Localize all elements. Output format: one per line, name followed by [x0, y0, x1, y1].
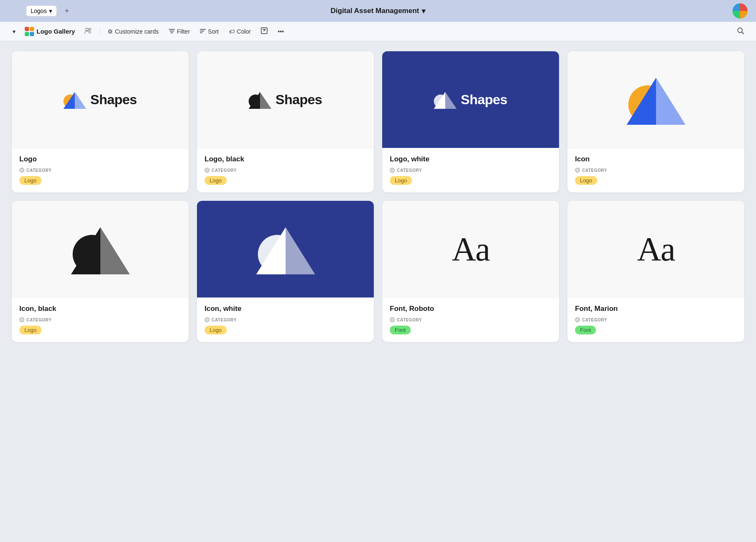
- card-preview-icon-black: [12, 201, 189, 297]
- category-dot: [19, 168, 24, 173]
- icon-color-svg: [627, 74, 685, 125]
- icon-black-svg: [71, 224, 130, 274]
- main-content: Shapes Logo CATEGORY Logo: [0, 41, 756, 542]
- card-title-icon-white: Icon, white: [205, 305, 366, 313]
- filter-button[interactable]: Filter: [165, 26, 194, 37]
- hamburger-button[interactable]: [8, 4, 22, 18]
- top-bar-right: [732, 3, 748, 18]
- card-preview-font-roboto: Aa: [382, 201, 559, 297]
- card-icon-white[interactable]: Icon, white CATEGORY Logo: [197, 201, 374, 342]
- badge-logo-5: Logo: [205, 326, 227, 334]
- user-avatar[interactable]: [732, 3, 748, 18]
- card-preview-logo: Shapes: [12, 51, 189, 148]
- card-title-logo-black: Logo, black: [205, 155, 366, 163]
- view-label: Logo Gallery: [37, 28, 75, 35]
- search-icon: [737, 27, 744, 36]
- card-title-icon: Icon: [575, 155, 737, 163]
- export-button[interactable]: [257, 25, 272, 37]
- filter-label: Filter: [177, 28, 190, 35]
- card-logo-black[interactable]: Shapes Logo, black CATEGORY Logo: [197, 51, 374, 192]
- svg-point-9: [738, 28, 743, 33]
- sort-label: Sort: [208, 28, 219, 35]
- collapse-button[interactable]: ▾: [8, 26, 20, 37]
- color-button[interactable]: 🏷 Color: [225, 26, 255, 37]
- customize-icon: ⚙: [108, 28, 113, 35]
- badge-logo-2: Logo: [390, 176, 412, 185]
- card-info-icon: Icon CATEGORY Logo: [567, 148, 744, 192]
- font-roboto-preview: Aa: [452, 230, 489, 268]
- card-icon-black[interactable]: Icon, black CATEGORY Logo: [12, 201, 189, 342]
- card-icon[interactable]: Icon CATEGORY Logo: [567, 51, 744, 192]
- sort-button[interactable]: Sort: [196, 26, 223, 37]
- font-marion-preview: Aa: [637, 230, 675, 268]
- app-title-container: Digital Asset Management ▾: [331, 7, 425, 16]
- logos-tab[interactable]: Logos ▾: [26, 5, 57, 16]
- card-preview-icon-white: [197, 201, 374, 297]
- sort-icon: [200, 28, 206, 35]
- category-label-font-marion: CATEGORY: [575, 317, 737, 322]
- color-label: Color: [237, 28, 251, 35]
- badge-logo-3: Logo: [575, 176, 597, 185]
- category-label-logo-white: CATEGORY: [390, 168, 551, 173]
- people-button[interactable]: [80, 25, 96, 37]
- logo-color-preview: Shapes: [63, 90, 137, 109]
- grid-view-icon: [25, 27, 34, 36]
- card-font-roboto[interactable]: Aa Font, Roboto CATEGORY Font: [382, 201, 559, 342]
- card-logo-white[interactable]: Shapes Logo, white CATEGORY Logo: [382, 51, 559, 192]
- card-font-marion[interactable]: Aa Font, Marion CATEGORY Font: [567, 201, 744, 342]
- card-logo[interactable]: Shapes Logo CATEGORY Logo: [12, 51, 189, 192]
- add-tab-button[interactable]: +: [61, 5, 73, 17]
- card-title-logo: Logo: [19, 155, 181, 163]
- badge-logo-1: Logo: [205, 176, 227, 185]
- collapse-icon: ▾: [13, 28, 16, 35]
- badge-font-1: Font: [575, 326, 596, 334]
- badge-logo-4: Logo: [19, 326, 42, 334]
- card-preview-logo-black: Shapes: [197, 51, 374, 148]
- filter-icon: [169, 28, 175, 35]
- category-label-logo: CATEGORY: [19, 168, 181, 173]
- customize-cards-button[interactable]: ⚙ Customize cards: [103, 26, 163, 37]
- category-label-icon-white: CATEGORY: [205, 317, 366, 322]
- icon-white-svg: [256, 224, 315, 274]
- top-bar-left: Logos ▾ +: [8, 4, 73, 18]
- color-icon: 🏷: [229, 28, 235, 35]
- category-dot-7: [390, 317, 395, 322]
- tab-label: Logos: [31, 8, 47, 14]
- svg-point-1: [89, 29, 91, 31]
- view-title-container: Logo Gallery: [21, 25, 79, 38]
- category-label-font-roboto: CATEGORY: [390, 317, 551, 322]
- badge-font-0: Font: [390, 326, 411, 334]
- card-preview-logo-white: Shapes: [382, 51, 559, 148]
- app-title-chevron: ▾: [422, 7, 425, 16]
- svg-line-10: [742, 32, 744, 34]
- category-dot-8: [575, 317, 580, 322]
- category-dot-5: [19, 317, 24, 322]
- card-title-font-marion: Font, Marion: [575, 305, 737, 313]
- logo-black-preview: Shapes: [249, 90, 322, 109]
- svg-point-0: [86, 28, 88, 31]
- more-icon: •••: [278, 28, 284, 35]
- card-info-logo-white: Logo, white CATEGORY Logo: [382, 148, 559, 192]
- card-info-font-marion: Font, Marion CATEGORY Font: [567, 297, 744, 342]
- sub-toolbar: ▾ Logo Gallery ⚙ Customize cards: [0, 22, 756, 41]
- card-title-logo-white: Logo, white: [390, 155, 551, 163]
- category-dot-4: [575, 168, 580, 173]
- card-preview-icon: [567, 51, 744, 148]
- card-title-icon-black: Icon, black: [19, 305, 181, 313]
- card-info-icon-black: Icon, black CATEGORY Logo: [12, 297, 189, 342]
- card-info-logo: Logo CATEGORY Logo: [12, 148, 189, 192]
- customize-label: Customize cards: [115, 28, 159, 35]
- more-button[interactable]: •••: [273, 26, 288, 37]
- card-info-icon-white: Icon, white CATEGORY Logo: [197, 297, 374, 342]
- search-button[interactable]: [733, 25, 748, 38]
- card-grid: Shapes Logo CATEGORY Logo: [12, 51, 744, 342]
- category-dot-3: [390, 168, 395, 173]
- top-bar: Logos ▾ + Digital Asset Management ▾: [0, 0, 756, 22]
- tab-chevron: ▾: [49, 8, 52, 14]
- logo-white-preview: Shapes: [434, 90, 507, 109]
- card-title-font-roboto: Font, Roboto: [390, 305, 551, 313]
- category-label-icon-black: CATEGORY: [19, 317, 181, 322]
- export-icon: [261, 27, 268, 35]
- category-label-logo-black: CATEGORY: [205, 168, 366, 173]
- app-title: Digital Asset Management: [331, 7, 419, 15]
